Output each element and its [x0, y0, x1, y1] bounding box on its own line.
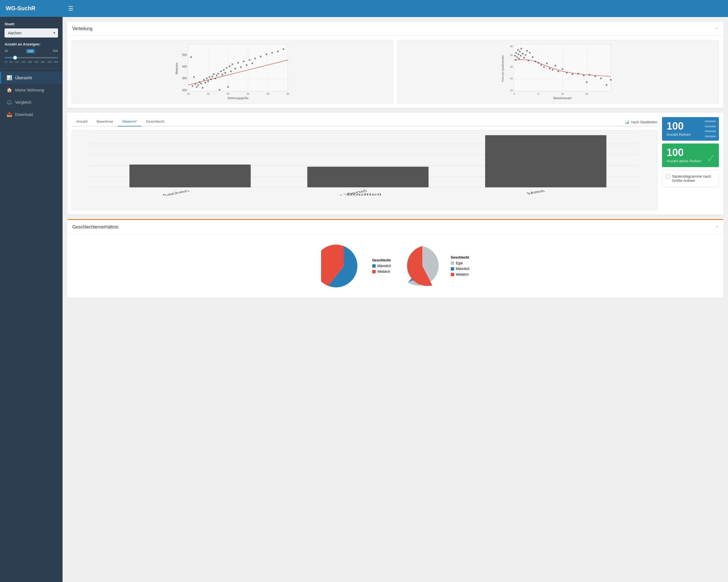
slider-values: 20 100 500 — [4, 49, 58, 53]
svg-text:Stadtteil: Stadtteil — [346, 193, 381, 195]
maennlich-dot-2 — [451, 267, 454, 271]
svg-point-60 — [277, 51, 279, 52]
svg-point-45 — [227, 86, 229, 88]
pie-chart-1 — [321, 243, 367, 289]
bar-section: Anzahl Bewohner Miete/m² Geschlecht 📊 na… — [72, 117, 719, 210]
svg-text:5: 5 — [538, 92, 539, 95]
bar-chart-icon: 📊 — [625, 120, 629, 124]
svg-point-31 — [207, 80, 209, 82]
svg-point-97 — [529, 52, 531, 54]
svg-point-102 — [543, 66, 545, 68]
svg-point-109 — [566, 72, 568, 74]
svg-text:400: 400 — [182, 65, 187, 68]
scatter-svg-2: 10 15 20 25 30 0 5 10 15 Bewohnerzahl Pr… — [400, 43, 716, 100]
svg-point-112 — [583, 75, 585, 77]
bar-chart-main: Anzahl Bewohner Miete/m² Geschlecht 📊 na… — [72, 117, 657, 210]
svg-text:Wohnungsgröße: Wohnungsgröße — [228, 96, 249, 100]
svg-point-26 — [200, 83, 202, 84]
svg-point-62 — [190, 56, 192, 58]
svg-point-99 — [535, 60, 536, 62]
svg-point-105 — [552, 69, 553, 71]
svg-point-38 — [217, 73, 219, 75]
svg-text:30: 30 — [266, 92, 269, 95]
svg-rect-133 — [485, 135, 606, 188]
svg-point-53 — [246, 64, 248, 66]
sort-checkbox-label: Säulendiagramme nach Größe ordnen — [672, 174, 715, 183]
verteilung-title: Verteilung — [72, 26, 93, 31]
bar-side: 100 Anzahl Reihen 100 Anzahl aktive Reih… — [662, 117, 719, 210]
gender-row: Geschlecht Männlich Weiblich — [72, 239, 719, 293]
svg-point-108 — [562, 68, 563, 70]
svg-point-89 — [519, 51, 521, 52]
svg-text:10: 10 — [187, 92, 190, 95]
main-content: ☰ Verteilung − — [62, 0, 728, 582]
svg-point-37 — [216, 75, 217, 77]
nach-stadtteilen-btn[interactable]: 📊 nach Stadtteilen — [625, 120, 657, 126]
svg-point-50 — [237, 62, 239, 64]
bar-chart-svg: 0 5 10 15 20 25 — [89, 133, 655, 195]
svg-point-83 — [515, 59, 516, 61]
svg-point-88 — [518, 58, 520, 59]
sort-checkbox-row[interactable]: Säulendiagramme nach Größe ordnen — [662, 170, 719, 187]
svg-point-101 — [540, 64, 542, 66]
city-select[interactable]: Aachen Berlin Hamburg München Köln — [4, 28, 58, 37]
scatter-svg-1: 200 300 400 500 10 15 20 25 30 35 Wohnun… — [74, 43, 390, 100]
svg-point-118 — [610, 79, 612, 81]
svg-rect-0 — [188, 44, 288, 91]
svg-point-28 — [203, 79, 205, 81]
tab-geschlecht[interactable]: Geschlecht — [141, 117, 169, 127]
svg-point-29 — [205, 82, 206, 84]
geschlecht-card: Geschlechterverhältnis − Geschlech — [67, 219, 724, 298]
svg-point-95 — [526, 50, 528, 52]
svg-point-87 — [518, 53, 519, 55]
sidebar-item-vergleich[interactable]: ⚖️ Vergleich — [0, 96, 62, 108]
svg-point-21 — [192, 85, 193, 87]
pie-legend-2: Geschlecht Egal Männlich Weiblich — [451, 255, 469, 277]
svg-point-92 — [522, 53, 523, 55]
hamburger-icon[interactable]: ☰ — [68, 5, 73, 12]
maennlich-dot — [372, 264, 376, 268]
svg-point-41 — [222, 74, 223, 76]
verteilung-card-header: Verteilung − — [67, 22, 724, 36]
stat-bg-decoration — [702, 117, 719, 141]
sidebar-item-uebersicht-label: Übersicht — [15, 76, 32, 80]
sidebar-item-download[interactable]: 📥 Download — [0, 108, 62, 120]
svg-text:25: 25 — [510, 54, 513, 57]
egal-dot — [451, 261, 454, 265]
svg-point-96 — [527, 60, 529, 61]
bar-card: Anzahl Bewohner Miete/m² Geschlecht 📊 na… — [67, 113, 724, 215]
geschlecht-card-body: Geschlecht Männlich Weiblich — [67, 234, 724, 298]
bar-chart-area: 0 5 10 15 20 25 — [72, 131, 657, 210]
svg-point-54 — [249, 59, 250, 61]
slider-container — [4, 54, 58, 59]
nach-stadtteilen-label: nach Stadtteilen — [631, 120, 657, 124]
svg-point-42 — [223, 69, 225, 71]
sort-checkbox[interactable] — [666, 174, 670, 178]
sidebar-item-meine-wohnung[interactable]: 🏠 Meine Wohnung — [0, 84, 62, 96]
svg-text:Bewohnerzahl: Bewohnerzahl — [553, 96, 571, 100]
verteilung-minimize[interactable]: − — [715, 26, 718, 31]
svg-point-27 — [202, 87, 203, 89]
sidebar-item-meine-wohnung-label: Meine Wohnung — [15, 88, 44, 92]
tab-anzahl[interactable]: Anzahl — [72, 117, 92, 127]
geschlecht-minimize[interactable]: − — [715, 224, 718, 230]
svg-text:15: 15 — [207, 92, 210, 95]
tab-miete[interactable]: Miete/m² — [118, 117, 141, 127]
pie-group-1: Geschlecht Männlich Weiblich — [321, 243, 391, 289]
svg-point-30 — [206, 78, 208, 79]
main-header: ☰ — [62, 0, 728, 17]
svg-text:25: 25 — [246, 92, 250, 95]
svg-text:10: 10 — [561, 92, 564, 95]
chart-tabs: Anzahl Bewohner Miete/m² Geschlecht 📊 na… — [72, 117, 657, 127]
tab-bewohner[interactable]: Bewohner — [92, 117, 118, 127]
app-title: WG-SuchR — [0, 0, 62, 17]
legend-geschlecht-label-2: Geschlecht — [451, 255, 469, 259]
anzahl-slider[interactable] — [4, 57, 58, 58]
svg-point-24 — [197, 84, 199, 86]
svg-point-110 — [572, 73, 573, 75]
svg-point-57 — [260, 56, 262, 57]
sidebar-item-uebersicht[interactable]: 📊 Übersicht — [0, 72, 62, 84]
svg-point-91 — [520, 48, 522, 50]
svg-text:300: 300 — [182, 77, 187, 80]
svg-point-52 — [243, 60, 244, 62]
